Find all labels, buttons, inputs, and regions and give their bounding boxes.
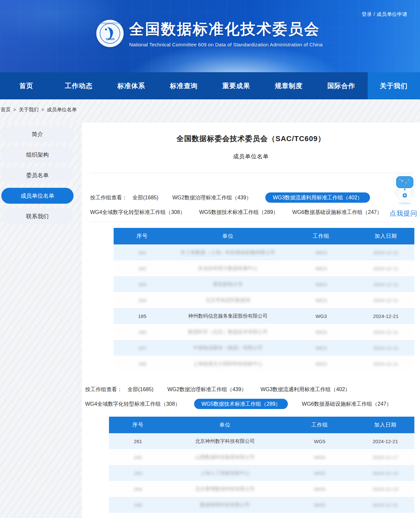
member-section-wg5: 按工作组查看： 全部(1685)WG2数据治理标准工作组（439）WG3数据流通… — [82, 383, 420, 513]
workgroup-filter[interactable]: WG5数据技术标准工作组（289） — [199, 209, 278, 215]
col-header-workgroup: 工作组 — [285, 228, 357, 244]
workgroup-filter[interactable]: WG4全域数字化转型标准工作组（308） — [90, 209, 185, 215]
workgroup-filter-selected[interactable]: WG3数据流通利用标准工作组（402） — [265, 192, 370, 203]
main-nav: 首页 工作动态 标准体系 标准查询 重要成果 规章制度 国际合作 关于我们 — [0, 72, 420, 99]
workgroup-filter[interactable]: WG6数据基础设施标准工作组（247） — [302, 401, 392, 407]
site-title: 全国数据标准化技术委员会 — [129, 19, 323, 39]
workgroup-filter[interactable]: WG6数据基础设施标准工作组（247） — [292, 209, 382, 215]
workgroup-filter-selected[interactable]: WG5数据技术标准工作组（289） — [194, 399, 288, 409]
workgroup-filter[interactable]: WG3数据流通利用标准工作组（402） — [260, 387, 350, 392]
member-row: 262山西数据科技集团有限公司WG52024-12-17 — [109, 449, 414, 465]
workgroup-filter[interactable]: WG2数据治理标准工作组（439） — [167, 387, 246, 392]
member-row: 185神州数码信息服务集团股份有限公司WG32024-12-21 — [114, 308, 414, 324]
sidebar-item-structure[interactable]: 组织架构 — [1, 147, 74, 163]
nav-item-news[interactable]: 工作动态 — [53, 72, 105, 99]
nav-item-about-us[interactable]: 关于我们 — [368, 72, 420, 99]
member-row: 264北京赛博数智科技有限公司WG52024-12-13 — [109, 481, 414, 497]
svg-text:全国数据标准化技术委员会: 全国数据标准化技术委员会 — [98, 22, 122, 25]
breadcrumb-current: 成员单位名单 — [47, 107, 77, 112]
col-header-no: 序号 — [109, 417, 167, 433]
nav-item-achievements[interactable]: 重要成果 — [210, 72, 263, 99]
site-banner: 登录 / 成员单位申请 TC609 全国数据标准化技术委员会 全国数据标准化技术… — [0, 0, 420, 72]
member-section-wg3: 按工作组查看： 全部(1685)WG2数据治理标准工作组（439）WG3数据流通… — [82, 191, 420, 372]
page-title: 全国数据标委会技术委员会（SAC/TC609） — [82, 134, 420, 144]
table-header-row: 序号 单位 工作组 加入日期 — [109, 417, 414, 433]
nav-item-international[interactable]: 国际合作 — [315, 72, 368, 99]
col-header-org: 单位 — [171, 228, 285, 244]
sidebar-divider — [79, 123, 79, 518]
member-row: 184北京市海淀区数据局WG32024-12-11 — [114, 292, 414, 308]
col-header-join-date: 加入日期 — [356, 417, 414, 433]
workgroup-filters: 按工作组查看： 全部(1685)WG2数据治理标准工作组（439）WG3数据流通… — [82, 191, 420, 219]
sidebar-item-committee-list[interactable]: 委员名单 — [1, 167, 74, 183]
workgroup-filter[interactable]: WG4全域数字化转型标准工作组（308） — [85, 401, 180, 407]
member-row: 183西安邮电大学WG32024-12-11 — [114, 276, 414, 292]
member-table-wg3: 序号 单位 工作组 加入日期 181长三角数据（上海）科技基础设施有限公司WG3… — [114, 228, 414, 372]
member-row: 188上海临港北大国际科技创新中心WG32024-12-11 — [114, 356, 414, 372]
workgroup-filter[interactable]: WG2数据治理标准工作组（439） — [172, 195, 251, 200]
sidebar-item-intro[interactable]: 简介 — [1, 126, 74, 142]
member-row: 265数据智研科技有限公司WG52024-12-21 — [109, 497, 414, 513]
tc609-logo-icon: TC609 全国数据标准化技术委员会 — [96, 20, 124, 47]
svg-text:TC609: TC609 — [105, 37, 114, 41]
site-subtitle: National Technical Committee 609 on Data… — [129, 42, 323, 47]
sidebar: 简介 组织架构 委员名单 成员单位名单 联系我们 — [0, 123, 82, 518]
content: 简介 组织架构 委员名单 成员单位名单 联系我们 全国数据标委会技术委员会（SA… — [0, 123, 420, 518]
table-header-row: 序号 单位 工作组 加入日期 — [114, 228, 414, 244]
brand-text: 全国数据标准化技术委员会 National Technical Committe… — [129, 19, 323, 47]
nav-item-standard-system[interactable]: 标准体系 — [105, 72, 158, 99]
col-header-no: 序号 — [114, 228, 171, 244]
member-row: 186数慧时空（北京）数据技术有限公司WG32024-12-11 — [114, 324, 414, 340]
nav-item-regulations[interactable]: 规章制度 — [263, 72, 315, 99]
member-row: 261北京神州数字科技有限公司WG52024-12-21 — [109, 433, 414, 449]
member-row: 182农业农村部大数据发展中心WG32024-12-11 — [114, 260, 414, 276]
brand: TC609 全国数据标准化技术委员会 全国数据标准化技术委员会 National… — [96, 19, 323, 47]
col-header-join-date: 加入日期 — [357, 228, 414, 244]
member-row: 187中国电信股份（集团）有限公司WG32024-12-11 — [114, 340, 414, 356]
breadcrumb-about[interactable]: 关于我们 — [19, 107, 39, 112]
main-panel: 全国数据标委会技术委员会（SAC/TC609） 成员单位名单 按工作组查看： 全… — [82, 123, 420, 518]
nav-item-home[interactable]: 首页 — [0, 72, 53, 99]
divider — [90, 173, 415, 173]
sidebar-item-member-units[interactable]: 成员单位名单 — [1, 188, 74, 204]
ask-me-button[interactable]: 点我提问 — [388, 209, 419, 218]
filter-group-label: 按工作组查看： — [90, 194, 127, 201]
filter-group-label: 按工作组查看： — [85, 386, 122, 393]
col-header-org: 单位 — [167, 417, 283, 433]
assistant-robot-icon[interactable] — [393, 174, 417, 205]
login-apply-link[interactable]: 登录 / 成员单位申请 — [362, 11, 407, 18]
member-row: 181长三角数据（上海）科技基础设施有限公司WG32024-12-11 — [114, 244, 414, 260]
nav-item-standard-search[interactable]: 标准查询 — [158, 72, 210, 99]
member-table-wg5: 序号 单位 工作组 加入日期 261北京神州数字科技有限公司WG52024-12… — [109, 417, 414, 513]
workgroup-filter[interactable]: 全部(1685) — [132, 195, 158, 200]
breadcrumb: 首页>关于我们>成员单位名单 — [0, 99, 420, 123]
breadcrumb-separator: > — [41, 107, 44, 112]
workgroup-filters: 按工作组查看： 全部(1685)WG2数据治理标准工作组（439）WG3数据流通… — [82, 383, 420, 411]
col-header-workgroup: 工作组 — [283, 417, 356, 433]
breadcrumb-home[interactable]: 首页 — [1, 107, 11, 112]
page: 登录 / 成员单位申请 TC609 全国数据标准化技术委员会 全国数据标准化技术… — [0, 0, 420, 518]
member-row: 263上海人工智能创新中心WG52024-12-13 — [109, 465, 414, 481]
divider — [90, 222, 415, 222]
sidebar-item-contact[interactable]: 联系我们 — [1, 208, 74, 224]
workgroup-filter[interactable]: 全部(1685) — [128, 387, 153, 392]
page-subtitle: 成员单位名单 — [82, 153, 420, 160]
breadcrumb-separator: > — [13, 107, 16, 112]
